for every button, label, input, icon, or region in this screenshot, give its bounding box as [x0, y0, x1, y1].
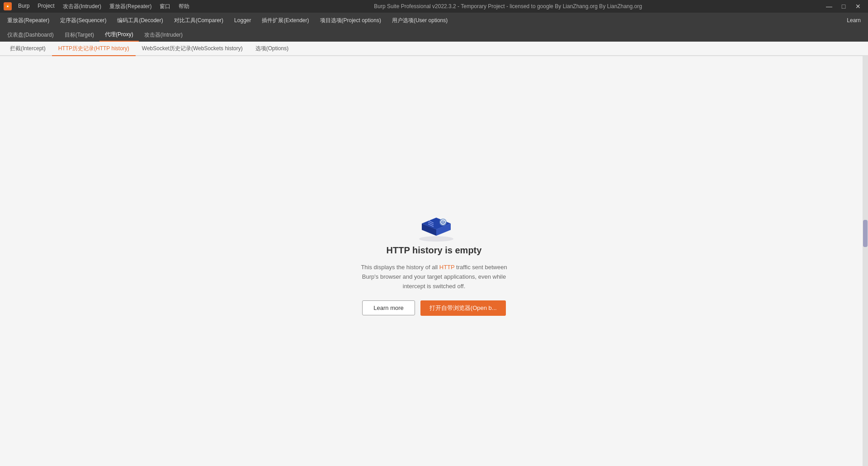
scrollbar-thumb[interactable] [863, 220, 868, 247]
empty-state-icon [414, 206, 454, 238]
menu-project[interactable]: Project [34, 2, 58, 11]
learn-more-button[interactable]: Learn more [362, 300, 415, 315]
toolbar-user-options[interactable]: 用户选项(User options) [387, 13, 453, 28]
svg-point-3 [419, 236, 453, 242]
toolbar-comparer[interactable]: 对比工具(Comparer) [169, 13, 229, 28]
description-text-1: This displays the history of all [361, 264, 439, 271]
svg-point-16 [443, 223, 443, 223]
empty-state-description: This displays the history of all HTTP tr… [353, 263, 515, 291]
minimize-button[interactable]: — [823, 2, 835, 11]
tab-intercept[interactable]: 拦截(Intercept) [4, 42, 52, 56]
open-browser-button[interactable]: 打开自带浏览器(Open b... [420, 300, 506, 316]
main-toolbar-row1: 重放器(Repeater) 定序器(Sequencer) 编码工具(Decode… [0, 13, 868, 28]
toolbar-project-options[interactable]: 项目选项(Project options) [315, 13, 387, 28]
maximize-button[interactable]: □ [837, 2, 850, 11]
title-bar-left: Burp Project 攻击器(Intruder) 重放器(Repeater)… [4, 2, 193, 11]
toolbar-sequencer[interactable]: 定序器(Sequencer) [55, 13, 112, 28]
window-controls: — □ ✕ [823, 2, 864, 11]
toolbar-repeater[interactable]: 重放器(Repeater) [2, 13, 55, 28]
title-bar-menu: Burp Project 攻击器(Intruder) 重放器(Repeater)… [14, 2, 193, 11]
menu-repeater[interactable]: 重放器(Repeater) [106, 2, 155, 11]
toolbar-learn[interactable]: Learn [841, 15, 866, 25]
toolbar-decoder[interactable]: 编码工具(Decoder) [112, 13, 168, 28]
menu-help[interactable]: 帮助 [175, 2, 193, 11]
empty-state-actions: Learn more 打开自带浏览器(Open b... [362, 300, 505, 316]
close-button[interactable]: ✕ [852, 2, 864, 11]
tab-options[interactable]: 选项(Options) [249, 42, 295, 56]
menu-intruder[interactable]: 攻击器(Intruder) [59, 2, 105, 11]
toolbar-extender[interactable]: 插件扩展(Extender) [256, 13, 314, 28]
scrollbar-track[interactable] [863, 56, 868, 466]
tab-websocket-history[interactable]: WebSocket历史记录(WebSockets history) [136, 42, 249, 56]
empty-state: HTTP history is empty This displays the … [335, 188, 533, 333]
toolbar-logger[interactable]: Logger [229, 13, 256, 28]
toolbar-dashboard[interactable]: 仪表盘(Dashboard) [2, 28, 59, 42]
proxy-tab-bar: 拦截(Intercept) HTTP历史记录(HTTP history) Web… [0, 42, 868, 56]
title-bar: Burp Project 攻击器(Intruder) 重放器(Repeater)… [0, 0, 868, 13]
burp-logo [4, 2, 12, 10]
toolbar-target[interactable]: 目标(Target) [59, 28, 99, 42]
toolbar-proxy[interactable]: 代理(Proxy) [99, 28, 139, 42]
toolbar-intruder[interactable]: 攻击器(Intruder) [139, 28, 188, 42]
menu-window[interactable]: 窗口 [156, 2, 174, 11]
menu-burp[interactable]: Burp [14, 2, 33, 11]
description-http-highlight: HTTP [439, 264, 455, 271]
tab-http-history[interactable]: HTTP历史记录(HTTP history) [52, 42, 136, 56]
empty-state-title: HTTP history is empty [387, 245, 482, 256]
title-bar-title: Burp Suite Professional v2022.3.2 - Temp… [193, 3, 823, 10]
content-area: HTTP history is empty This displays the … [0, 56, 868, 466]
main-toolbar-row2: 仪表盘(Dashboard) 目标(Target) 代理(Proxy) 攻击器(… [0, 28, 868, 42]
